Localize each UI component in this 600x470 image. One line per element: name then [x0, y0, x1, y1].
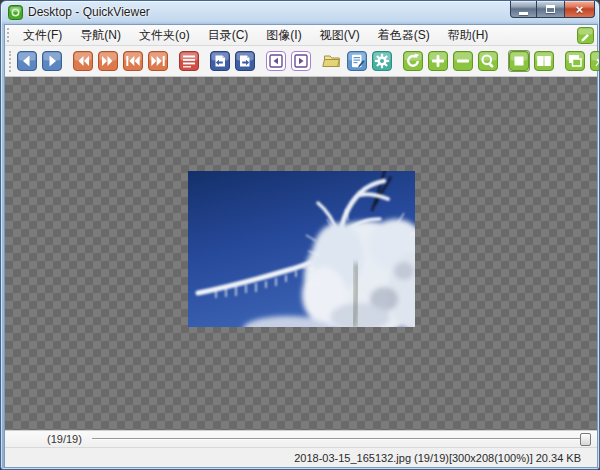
page-turn-right-button[interactable]	[234, 50, 256, 72]
menu-catalog[interactable]: 目录(C)	[199, 25, 258, 45]
maximize-button[interactable]	[537, 1, 564, 18]
pageturnR-icon	[235, 51, 255, 71]
prev-icon	[17, 51, 37, 71]
minus-icon	[453, 51, 473, 71]
minimize-icon	[519, 12, 528, 15]
fast-forward-button[interactable]	[97, 50, 119, 72]
statusbar: 2018-03-15_165132.jpg (19/19)[300x208(10…	[5, 447, 597, 467]
spread-view-button[interactable]	[533, 50, 555, 72]
first-image-button[interactable]	[122, 50, 144, 72]
fullscreen-icon	[565, 51, 585, 71]
quickviewer-logo-icon	[8, 5, 23, 20]
toolbar	[5, 46, 597, 77]
page-slider-track[interactable]	[92, 438, 580, 440]
gear-icon	[372, 51, 392, 71]
menu-shader[interactable]: 着色器(S)	[369, 25, 439, 45]
fastnext-icon	[98, 51, 118, 71]
close-icon: ×	[576, 2, 584, 17]
next-icon	[42, 51, 62, 71]
magnifier-icon	[478, 51, 498, 71]
folder-icon	[322, 51, 342, 71]
page-turn-left-button[interactable]	[209, 50, 231, 72]
menu-image[interactable]: 图像(I)	[257, 25, 310, 45]
menu-navigation[interactable]: 导航(N)	[71, 25, 130, 45]
window-controls: ×	[510, 1, 595, 18]
menu-file[interactable]: 文件(F)	[14, 25, 71, 45]
stay-on-top-button[interactable]	[589, 50, 600, 72]
slide-next-button[interactable]	[290, 50, 312, 72]
menu-view[interactable]: 视图(V)	[311, 25, 369, 45]
last-image-button[interactable]	[147, 50, 169, 72]
previous-image-button[interactable]	[16, 50, 38, 72]
fullscreen-button[interactable]	[564, 50, 586, 72]
purplenext-icon	[291, 51, 311, 71]
pagelist-icon	[179, 51, 199, 71]
photo-image	[188, 171, 415, 327]
window-title: Desktop - QuickViewer	[28, 1, 150, 23]
catalog-notes-button[interactable]	[346, 50, 368, 72]
next-image-button[interactable]	[41, 50, 63, 72]
zoom-in-button[interactable]	[427, 50, 449, 72]
fastprev-icon	[73, 51, 93, 71]
page-counter: (19/19)	[47, 433, 82, 445]
first-icon	[123, 51, 143, 71]
purpleprev-icon	[266, 51, 286, 71]
menubar-grip[interactable]	[7, 28, 12, 42]
plus-icon	[428, 51, 448, 71]
open-folder-button[interactable]	[321, 50, 343, 72]
viewer-canvas[interactable]	[5, 77, 597, 430]
spread-icon	[534, 51, 554, 71]
page-slider-handle[interactable]	[580, 433, 591, 446]
fast-backward-button[interactable]	[72, 50, 94, 72]
titlebar[interactable]: Desktop - QuickViewer ×	[1, 1, 599, 24]
page-list-button[interactable]	[178, 50, 200, 72]
page-slider-row: (19/19)	[5, 430, 597, 447]
quickviewer-window: Desktop - QuickViewer × 文件(F)导航(N)文件夹(o)…	[0, 0, 600, 470]
last-icon	[148, 51, 168, 71]
menu-help[interactable]: 帮助(H)	[439, 25, 498, 45]
slide-previous-button[interactable]	[265, 50, 287, 72]
refresh-button[interactable]	[402, 50, 424, 72]
notes-icon	[347, 51, 367, 71]
minimize-button[interactable]	[510, 1, 537, 18]
refresh-icon	[403, 51, 423, 71]
status-file-info: 2018-03-15_165132.jpg (19/19)[300x208(10…	[294, 452, 581, 464]
client-area: 文件(F)导航(N)文件夹(o)目录(C)图像(I)视图(V)着色器(S)帮助(…	[4, 24, 598, 468]
pencil-icon	[577, 27, 594, 44]
zoom-out-button[interactable]	[452, 50, 474, 72]
settings-button[interactable]	[371, 50, 393, 72]
zoom-tool-button[interactable]	[477, 50, 499, 72]
pin-icon	[590, 51, 600, 71]
fit-to-window-button[interactable]	[508, 50, 530, 72]
fit-icon	[509, 51, 529, 71]
menu-folder[interactable]: 文件夹(o)	[130, 25, 199, 45]
toolbar-grip[interactable]	[9, 51, 11, 72]
shader-edit-button[interactable]	[577, 27, 594, 44]
close-button[interactable]: ×	[564, 1, 595, 18]
pageturnL-icon	[210, 51, 230, 71]
maximize-icon	[546, 5, 555, 13]
menubar: 文件(F)导航(N)文件夹(o)目录(C)图像(I)视图(V)着色器(S)帮助(…	[5, 25, 597, 46]
photo-frosted-branches[interactable]	[188, 171, 415, 327]
